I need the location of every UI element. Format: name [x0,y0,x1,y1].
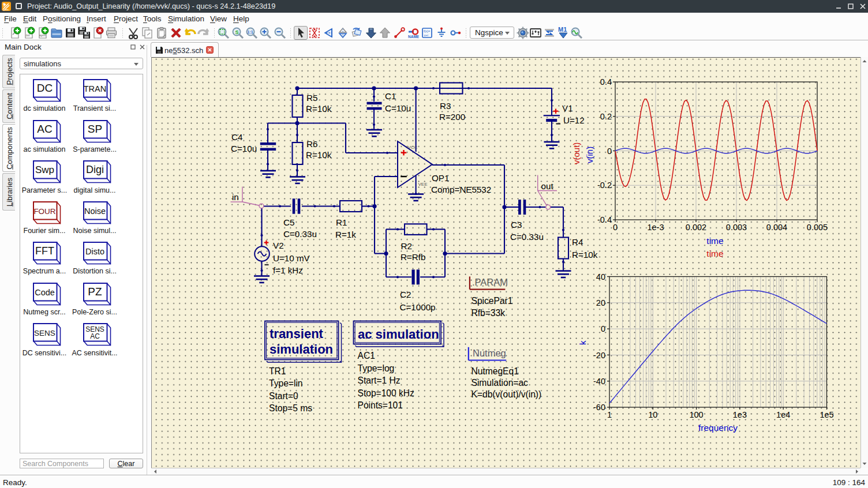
svg-text:0.005: 0.005 [807,223,828,232]
svg-text:.PARAM: .PARAM [472,277,508,287]
svg-text:C4: C4 [231,132,242,142]
svg-text:R3: R3 [440,101,451,111]
svg-text:1e5: 1e5 [820,410,833,419]
svg-text:1e3: 1e3 [733,410,747,419]
svg-text:0.003: 0.003 [726,223,747,232]
svg-text:Simulation=ac: Simulation=ac [472,378,529,388]
svg-text:FFT: FFT [35,245,54,257]
svg-text:-0.2: -0.2 [597,181,612,190]
svg-text:SP: SP [88,122,102,134]
svg-text:VCC: VCC [408,145,418,150]
svg-text:TR1: TR1 [269,366,286,376]
svg-text:Comp=NE5532: Comp=NE5532 [431,185,491,194]
svg-text:0.4: 0.4 [600,77,612,87]
svg-text:transient: transient [270,326,324,341]
svg-text:-0.4: -0.4 [597,215,612,224]
svg-text:C5: C5 [283,217,294,227]
svg-text:1:1: 1:1 [248,30,253,34]
svg-text:S: S [235,29,238,35]
svg-text:U=12: U=12 [563,115,585,125]
svg-text:Digi: Digi [86,164,104,175]
svg-text:NutmegEq1: NutmegEq1 [472,366,519,376]
svg-text:0.004: 0.004 [766,223,787,232]
svg-text:Type=log: Type=log [358,363,395,373]
svg-text:K=db(v(out)/v(in)): K=db(v(out)/v(in)) [472,389,542,399]
svg-text:C=0.33u: C=0.33u [510,232,544,242]
svg-text:R=200: R=200 [439,112,465,122]
svg-text:1e-3: 1e-3 [647,223,664,232]
svg-text:Code: Code [35,287,55,296]
svg-text:ac simulation: ac simulation [358,327,439,341]
svg-text:Swp: Swp [35,164,54,175]
svg-text:-40: -40 [593,377,605,386]
svg-text:Qucs: Qucs [3,8,9,11]
svg-text:R4: R4 [572,237,583,247]
svg-text:U=10 mV: U=10 mV [273,253,310,263]
svg-text:0.002: 0.002 [686,223,706,232]
svg-text:OP1: OP1 [432,173,449,183]
svg-text:R1: R1 [336,217,347,227]
svg-text:V1: V1 [562,103,573,113]
svg-text:R5: R5 [306,93,317,103]
svg-text:Stop=100 kHz: Stop=100 kHz [358,388,415,398]
svg-text:PZ: PZ [88,285,102,297]
svg-text:frequency: frequency [698,423,738,433]
svg-text:C=1000p: C=1000p [400,302,436,312]
svg-text:SENS: SENS [34,329,55,337]
svg-text:FOUR: FOUR [33,207,55,215]
svg-text:Nutmeg: Nutmeg [473,348,506,358]
svg-text:DC: DC [37,82,53,94]
svg-text:-60: -60 [593,403,605,412]
svg-text:R6: R6 [306,139,317,149]
svg-text:in: in [232,192,239,202]
svg-text:R=10k: R=10k [306,104,332,114]
svg-text:Rfb=33k: Rfb=33k [472,308,506,318]
svg-text:Start=1 Hz: Start=1 Hz [358,376,401,385]
svg-text:Start=0: Start=0 [269,391,298,401]
svg-text:V2: V2 [273,241,284,250]
svg-text:0: 0 [601,324,605,333]
svg-text:v(in): v(in) [585,147,594,163]
svg-text:0: 0 [607,147,612,156]
svg-text:out: out [541,181,554,191]
svg-text:0: 0 [613,223,618,232]
svg-text:C=10u: C=10u [231,144,257,153]
svg-text:NAME: NAME [408,35,420,39]
svg-text:u+i: u+i [424,33,429,37]
svg-text:v(out): v(out) [571,142,581,164]
svg-text:C1: C1 [385,91,396,101]
svg-text:20: 20 [596,298,605,307]
svg-text:f(x)=: f(x)= [424,29,430,33]
svg-text:M1: M1 [558,26,567,33]
svg-text:AC: AC [90,332,100,340]
svg-text:R=Rfb: R=Rfb [401,252,425,262]
svg-text:Disto: Disto [85,247,104,256]
svg-text:-20: -20 [593,351,605,360]
svg-text:40: 40 [596,272,605,281]
svg-text:100: 100 [689,410,703,419]
svg-text:k: k [578,340,588,345]
svg-text:R=1k: R=1k [335,230,356,239]
svg-text:time: time [706,249,723,258]
svg-text:txt: txt [26,33,30,37]
svg-text:Type=lin: Type=lin [269,378,303,388]
svg-text:time: time [706,236,723,246]
svg-text:R=10k: R=10k [572,250,598,260]
svg-text:TRAN: TRAN [84,84,106,93]
svg-text:SpicePar1: SpicePar1 [472,296,513,306]
svg-text:C=0.33u: C=0.33u [283,229,317,239]
svg-text:1e4: 1e4 [776,410,790,419]
svg-text:AC: AC [37,122,52,134]
svg-text:Stop=5 ms: Stop=5 ms [269,403,312,413]
svg-text:VEE: VEE [418,182,428,187]
svg-text:simulation: simulation [270,342,333,356]
svg-text:Noise: Noise [84,206,106,215]
svg-text:0.2: 0.2 [600,112,612,121]
svg-text:10: 10 [648,410,657,419]
svg-text:f=1 kHz: f=1 kHz [273,265,303,275]
svg-text:C3: C3 [511,220,522,230]
svg-text:R=10k: R=10k [306,150,332,160]
svg-text:1: 1 [607,410,612,419]
svg-text:AC1: AC1 [358,351,375,361]
svg-text:C2: C2 [400,290,411,299]
